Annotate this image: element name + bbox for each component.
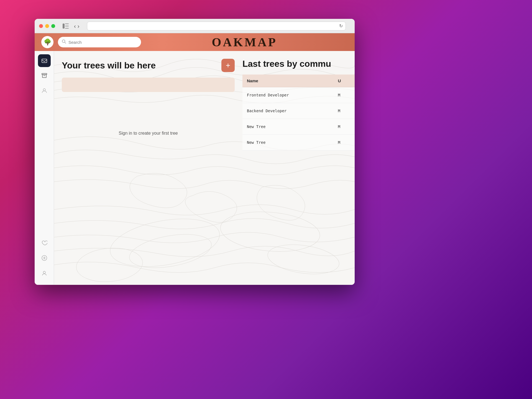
sidebar-item-user[interactable] <box>38 267 51 279</box>
table-row[interactable]: Backend DeveloperM <box>242 103 355 119</box>
search-input[interactable] <box>68 40 137 45</box>
sidebar-item-profile[interactable] <box>38 84 51 97</box>
table-row[interactable]: New TreeM <box>242 119 355 135</box>
sidebar-item-favorites[interactable] <box>38 237 51 249</box>
svg-rect-3 <box>65 28 69 29</box>
sidebar-item-inbox[interactable] <box>38 54 51 67</box>
sidebar-toggle-icon[interactable] <box>62 22 70 30</box>
sidebar-item-archive[interactable] <box>38 69 51 82</box>
column-user: U <box>333 75 355 87</box>
search-icon <box>62 39 66 45</box>
search-bar[interactable] <box>58 37 141 47</box>
logo-tree-icon: 🌳 <box>44 39 51 46</box>
table-row[interactable]: Frontend DeveloperM <box>242 87 355 103</box>
reload-button[interactable]: ↻ <box>339 23 343 29</box>
sidebar-item-add[interactable] <box>38 252 51 264</box>
tree-user-cell: M <box>333 87 355 103</box>
address-bar[interactable]: ↻ <box>87 22 346 30</box>
tree-user-cell: M <box>333 103 355 119</box>
empty-tree-bar <box>62 78 235 92</box>
svg-point-14 <box>43 271 45 273</box>
tree-name-cell: Backend Developer <box>242 103 333 119</box>
app-title: OAKMAP <box>141 35 348 49</box>
my-trees-title: Your trees will be here <box>62 60 221 71</box>
panel-header: Your trees will be here + <box>62 59 235 72</box>
tree-name-cell: New Tree <box>242 135 333 150</box>
tree-user-cell: M <box>333 119 355 135</box>
minimize-button[interactable] <box>45 24 49 28</box>
tree-user-cell: M <box>333 135 355 150</box>
column-name: Name <box>242 75 333 87</box>
app-logo: 🌳 <box>41 36 53 48</box>
traffic-lights <box>39 24 55 28</box>
maximize-button[interactable] <box>51 24 55 28</box>
back-button[interactable]: ‹ <box>74 23 76 29</box>
svg-rect-8 <box>42 75 46 78</box>
content-wrapper: Your trees will be here + Sign in to cre… <box>35 51 355 285</box>
svg-line-5 <box>65 42 66 44</box>
sidebar <box>35 51 54 285</box>
app-window: ‹ › ↻ 🌳 OAKMAP <box>35 19 355 285</box>
sign-in-message: Sign in to create your first tree <box>62 131 235 136</box>
table-row[interactable]: New TreeM <box>242 135 355 150</box>
svg-rect-6 <box>42 59 47 63</box>
add-tree-button[interactable]: + <box>221 59 235 72</box>
tree-name-cell: Frontend Developer <box>242 87 333 103</box>
table-header-row: Name U <box>242 75 355 87</box>
plus-icon: + <box>226 61 230 70</box>
app-header: 🌳 OAKMAP <box>35 33 355 51</box>
tree-name-cell: New Tree <box>242 119 333 135</box>
svg-rect-2 <box>65 26 69 26</box>
nav-arrows: ‹ › <box>74 23 79 29</box>
community-panel: Last trees by commu Name U Frontend Deve… <box>242 51 355 285</box>
svg-point-10 <box>43 89 45 91</box>
community-title: Last trees by commu <box>242 59 355 69</box>
svg-rect-1 <box>65 24 69 24</box>
community-table: Name U Frontend DeveloperMBackend Develo… <box>242 75 355 150</box>
svg-rect-0 <box>63 24 65 29</box>
titlebar: ‹ › ↻ <box>35 19 355 33</box>
main-content: Your trees will be here + Sign in to cre… <box>54 51 355 285</box>
my-trees-panel: Your trees will be here + Sign in to cre… <box>54 51 242 285</box>
forward-button[interactable]: › <box>78 23 80 29</box>
close-button[interactable] <box>39 24 43 28</box>
